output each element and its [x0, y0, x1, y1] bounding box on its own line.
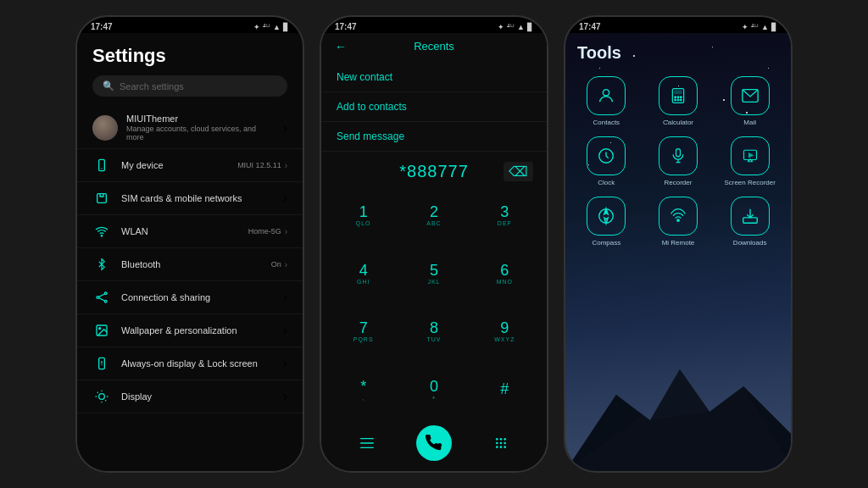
dial-key-7[interactable]: 7 PQRS — [328, 302, 398, 361]
backspace-button[interactable]: ⌫ — [504, 162, 533, 181]
svg-point-5 — [104, 292, 107, 295]
svg-line-8 — [99, 298, 105, 301]
sim-icon — [92, 189, 111, 208]
svg-point-10 — [99, 328, 101, 330]
menu-button[interactable] — [353, 429, 381, 458]
search-bar[interactable]: 🔍 Search settings — [92, 75, 287, 97]
svg-point-44 — [677, 99, 679, 101]
settings-item-aod[interactable]: Always-on display & Lock screen › — [77, 347, 303, 380]
downloads-label: Downloads — [733, 239, 767, 247]
settings-item-display[interactable]: Display › — [77, 380, 303, 413]
svg-line-17 — [97, 392, 98, 393]
svg-rect-23 — [360, 447, 374, 448]
aod-icon — [92, 354, 111, 373]
app-clock[interactable]: Clock — [574, 136, 639, 186]
mydevice-label: My device — [121, 160, 227, 170]
dial-key-5[interactable]: 5 JKL — [398, 245, 469, 303]
app-contacts[interactable]: Contacts — [574, 76, 639, 126]
settings-screen: Settings 🔍 Search settings MIUIThemer Ma… — [77, 33, 303, 471]
wallpaper-label: Wallpaper & personalization — [121, 325, 273, 336]
account-sublabel: Manage accounts, cloud services, and mor… — [126, 125, 275, 141]
settings-item-connection[interactable]: Connection & sharing › — [77, 281, 303, 314]
svg-point-4 — [97, 297, 99, 299]
settings-item-wallpaper[interactable]: Wallpaper & personalization › — [77, 314, 303, 347]
app-calculator[interactable]: Calculator — [646, 76, 711, 126]
status-bar-center: 17:47 ✦ ⁴ᴸᴵ ▲ ▊ — [321, 17, 547, 33]
app-grid: Contacts Calculator Mail — [574, 76, 782, 247]
mydevice-right: MIUI 12.5.11 › — [237, 161, 287, 170]
sim-content: SIM cards & mobile networks — [121, 193, 273, 203]
call-button[interactable] — [416, 425, 452, 461]
mydevice-content: My device — [121, 160, 227, 170]
dial-key-2[interactable]: 2 ABC — [398, 186, 469, 245]
app-mi-remote[interactable]: Mi Remote — [646, 197, 711, 247]
svg-point-6 — [104, 300, 107, 302]
app-downloads[interactable]: Downloads — [717, 197, 782, 247]
dial-key-3[interactable]: 3 DEF — [470, 186, 540, 245]
svg-rect-22 — [360, 442, 374, 443]
status-icons-center: ✦ ⁴ᴸᴵ ▲ ▊ — [498, 23, 533, 31]
svg-point-37 — [604, 90, 609, 96]
connection-content: Connection & sharing — [121, 292, 273, 302]
connection-label: Connection & sharing — [121, 292, 273, 302]
recents-list: New contact Add to contacts Send message — [321, 59, 547, 155]
connection-icon — [92, 288, 111, 307]
dial-key-1[interactable]: 1 QLO — [328, 186, 398, 245]
status-bar-right: 17:47 ✦ ⁴ᴸᴵ ▲ ▊ — [565, 17, 791, 33]
svg-point-40 — [675, 97, 676, 98]
aod-content: Always-on display & Lock screen — [121, 358, 273, 369]
home-content: Tools Contacts Calculator — [565, 33, 791, 471]
app-compass[interactable]: Compass — [574, 197, 639, 247]
time-right: 17:47 — [579, 22, 601, 31]
recent-item-add-contacts[interactable]: Add to contacts — [321, 92, 547, 122]
back-button[interactable]: ← — [335, 40, 347, 53]
dial-key-6[interactable]: 6 MNO — [470, 245, 540, 303]
dial-key-4[interactable]: 4 GHI — [328, 245, 398, 303]
app-recorder[interactable]: Recorder — [646, 136, 711, 186]
dialpad-grid: 1 QLO 2 ABC 3 DEF 4 GHI 5 JKL — [321, 186, 547, 419]
mydevice-chevron: › — [285, 161, 287, 170]
settings-item-mydevice[interactable]: My device MIUI 12.5.11 › — [77, 149, 303, 182]
mail-icon — [731, 76, 770, 115]
recent-item-send-message[interactable]: Send message — [321, 122, 547, 152]
bluetooth-content: Bluetooth — [121, 259, 261, 269]
display-chevron: › — [283, 389, 287, 404]
svg-point-31 — [500, 446, 503, 448]
dialer-header: ← Recents — [321, 33, 547, 59]
screen-recorder-label: Screen Recorder — [724, 179, 775, 186]
phone-dialer: 17:47 ✦ ⁴ᴸᴵ ▲ ▊ ← Recents New contact Ad… — [320, 15, 548, 473]
calculator-icon — [659, 76, 698, 115]
dial-key-star[interactable]: * , — [328, 361, 398, 419]
mi-remote-icon — [659, 197, 698, 236]
dialpad-toggle[interactable] — [487, 429, 515, 458]
bluetooth-chevron: › — [285, 260, 287, 269]
dial-key-9[interactable]: 9 WXYZ — [470, 302, 540, 361]
dial-key-8[interactable]: 8 TUV — [398, 302, 469, 361]
account-item[interactable]: MIUIThemer Manage accounts, cloud servic… — [77, 107, 303, 149]
wlan-content: WLAN — [121, 226, 238, 236]
status-icons-right: ✦ ⁴ᴸᴵ ▲ ▊ — [742, 23, 777, 31]
wlan-badge: Home-5G — [248, 227, 281, 236]
dial-key-0[interactable]: 0 + — [398, 361, 469, 419]
mydevice-icon — [92, 156, 111, 175]
recorder-icon — [659, 136, 698, 175]
settings-item-sim[interactable]: SIM cards & mobile networks › — [77, 182, 303, 215]
sim-chevron: › — [283, 191, 287, 206]
settings-item-wlan[interactable]: WLAN Home-5G › — [77, 215, 303, 248]
display-icon — [92, 387, 111, 406]
app-screen-recorder[interactable]: Screen Recorder — [717, 136, 782, 186]
settings-item-bluetooth[interactable]: Bluetooth On › — [77, 248, 303, 281]
dialer-title: Recents — [414, 40, 454, 53]
svg-point-3 — [101, 236, 102, 236]
svg-point-30 — [496, 446, 498, 448]
dialer-screen: ← Recents New contact Add to contacts Se… — [321, 33, 547, 471]
app-mail[interactable]: Mail — [717, 76, 782, 126]
time-center: 17:47 — [335, 22, 357, 31]
dial-key-hash[interactable]: # — [470, 361, 540, 419]
wallpaper-chevron: › — [283, 323, 287, 338]
clock-icon — [587, 136, 626, 175]
mi-remote-label: Mi Remote — [662, 239, 695, 247]
bluetooth-right: On › — [271, 260, 287, 269]
recent-item-new-contact[interactable]: New contact — [321, 63, 547, 92]
wlan-chevron: › — [285, 227, 287, 236]
